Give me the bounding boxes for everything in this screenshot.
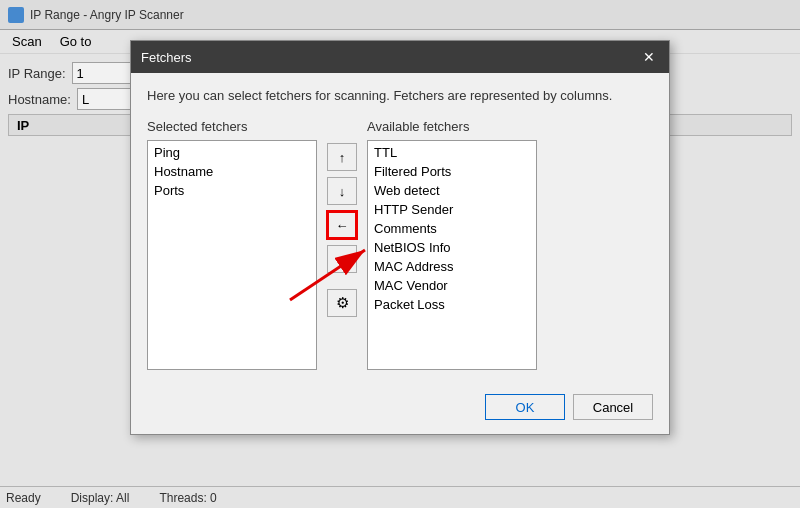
list-item[interactable]: Packet Loss: [370, 295, 534, 314]
list-item[interactable]: Ports: [150, 181, 314, 200]
fetchers-section: Selected fetchers Ping Hostname Ports ↑ …: [147, 119, 653, 370]
available-column: Available fetchers TTL Filtered Ports We…: [367, 119, 537, 370]
list-item[interactable]: Filtered Ports: [370, 162, 534, 181]
move-right-button[interactable]: →: [327, 245, 357, 273]
move-down-button[interactable]: ↓: [327, 177, 357, 205]
list-item[interactable]: Hostname: [150, 162, 314, 181]
list-item[interactable]: Web detect: [370, 181, 534, 200]
selected-listbox[interactable]: Ping Hostname Ports: [147, 140, 317, 370]
fetchers-dialog: Fetchers ✕ Here you can select fetchers …: [130, 40, 670, 435]
list-item[interactable]: TTL: [370, 143, 534, 162]
list-item[interactable]: HTTP Sender: [370, 200, 534, 219]
list-item[interactable]: MAC Address: [370, 257, 534, 276]
list-item[interactable]: Ping: [150, 143, 314, 162]
dialog-titlebar: Fetchers ✕: [131, 41, 669, 73]
fetcher-control-buttons: ↑ ↓ ← → ⚙: [327, 119, 357, 317]
available-label: Available fetchers: [367, 119, 537, 134]
selected-label: Selected fetchers: [147, 119, 317, 134]
dialog-footer: OK Cancel: [131, 384, 669, 434]
down-arrow-icon: ↓: [339, 184, 346, 199]
list-item[interactable]: Comments: [370, 219, 534, 238]
available-listbox[interactable]: TTL Filtered Ports Web detect HTTP Sende…: [367, 140, 537, 370]
list-item[interactable]: NetBIOS Info: [370, 238, 534, 257]
left-arrow-icon: ←: [336, 218, 349, 233]
move-up-button[interactable]: ↑: [327, 143, 357, 171]
gear-button[interactable]: ⚙: [327, 289, 357, 317]
gear-icon: ⚙: [336, 294, 349, 312]
dialog-description: Here you can select fetchers for scannin…: [147, 87, 653, 105]
dialog-close-button[interactable]: ✕: [639, 47, 659, 67]
move-left-button[interactable]: ←: [327, 211, 357, 239]
up-arrow-icon: ↑: [339, 150, 346, 165]
list-item[interactable]: MAC Vendor: [370, 276, 534, 295]
cancel-button[interactable]: Cancel: [573, 394, 653, 420]
right-arrow-icon: →: [336, 252, 349, 267]
ok-button[interactable]: OK: [485, 394, 565, 420]
selected-column: Selected fetchers Ping Hostname Ports: [147, 119, 317, 370]
dialog-body: Here you can select fetchers for scannin…: [131, 73, 669, 384]
dialog-title: Fetchers: [141, 50, 192, 65]
